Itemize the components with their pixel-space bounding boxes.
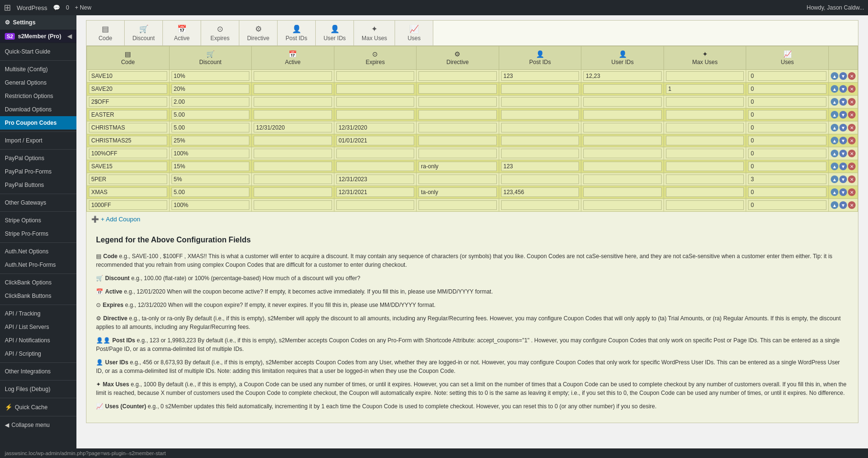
input-post_ids[interactable]: [501, 71, 579, 81]
input-max_uses[interactable]: [666, 174, 744, 184]
tab-user-ids[interactable]: 👤 User IDs: [316, 21, 354, 45]
input-discount[interactable]: [171, 187, 250, 197]
input-expires[interactable]: [336, 187, 415, 197]
input-expires[interactable]: [336, 97, 415, 107]
input-max_uses[interactable]: [666, 200, 744, 210]
sidebar-item-authnet-options[interactable]: Auth.Net Options: [0, 245, 76, 258]
move-down-button[interactable]: ▼: [839, 163, 847, 170]
input-code[interactable]: [89, 71, 167, 81]
tab-active[interactable]: 📅 Active: [163, 21, 201, 45]
delete-row-button[interactable]: ✕: [848, 188, 856, 196]
input-user_ids[interactable]: [583, 200, 662, 210]
input-uses[interactable]: [748, 71, 826, 81]
move-down-button[interactable]: ▼: [839, 188, 847, 196]
input-max_uses[interactable]: [666, 149, 744, 158]
input-max_uses[interactable]: [666, 110, 744, 120]
input-active[interactable]: [254, 110, 332, 120]
input-user_ids[interactable]: [583, 136, 662, 145]
input-code[interactable]: [89, 123, 167, 132]
input-uses[interactable]: [748, 149, 826, 158]
delete-row-button[interactable]: ✕: [848, 72, 856, 80]
input-expires[interactable]: [336, 149, 415, 158]
delete-row-button[interactable]: ✕: [848, 175, 856, 183]
move-up-button[interactable]: ▲: [831, 201, 838, 209]
input-discount[interactable]: [171, 149, 250, 158]
input-max_uses[interactable]: [666, 162, 744, 171]
move-down-button[interactable]: ▼: [839, 98, 847, 106]
input-directive[interactable]: [418, 71, 497, 81]
sidebar-item-stripe-options[interactable]: Stripe Options: [0, 214, 76, 227]
input-expires[interactable]: [336, 174, 415, 184]
move-up-button[interactable]: ▲: [831, 111, 838, 119]
sidebar-item-api-list-servers[interactable]: API / List Servers: [0, 320, 76, 334]
input-expires[interactable]: [336, 200, 415, 210]
input-discount[interactable]: [171, 162, 250, 171]
input-discount[interactable]: [171, 123, 250, 132]
input-active[interactable]: [254, 136, 332, 145]
input-uses[interactable]: [748, 84, 826, 94]
input-directive[interactable]: [418, 84, 497, 94]
s2member-menu-header[interactable]: S2 s2Member (Pro) ◀: [0, 30, 76, 43]
input-uses[interactable]: [748, 97, 826, 107]
tab-directive[interactable]: ⚙ Directive: [239, 21, 278, 45]
sidebar-item-pro-coupon-codes[interactable]: Pro Coupon Codes: [0, 116, 76, 130]
input-code[interactable]: [89, 84, 167, 94]
sidebar-item-clickbank-buttons[interactable]: ClickBank Buttons: [0, 289, 76, 303]
input-user_ids[interactable]: [583, 162, 662, 171]
site-name[interactable]: WordPress: [17, 4, 47, 11]
input-directive[interactable]: [418, 187, 497, 197]
input-user_ids[interactable]: [583, 149, 662, 158]
input-discount[interactable]: [171, 97, 250, 107]
input-user_ids[interactable]: [583, 97, 662, 107]
sidebar-item-paypal-options[interactable]: PayPal Options: [0, 152, 76, 165]
move-up-button[interactable]: ▲: [831, 137, 838, 144]
input-active[interactable]: [254, 187, 332, 197]
delete-row-button[interactable]: ✕: [848, 201, 856, 209]
tab-post-ids[interactable]: 👤 Post IDs: [278, 21, 316, 45]
input-uses[interactable]: [748, 200, 826, 210]
sidebar-item-multisite[interactable]: Multisite (Config): [0, 63, 76, 76]
input-code[interactable]: [89, 187, 167, 197]
input-user_ids[interactable]: [583, 84, 662, 94]
input-code[interactable]: [89, 136, 167, 145]
input-post_ids[interactable]: [501, 149, 579, 158]
tab-max-uses[interactable]: ✦ Max Uses: [354, 21, 395, 45]
sidebar-item-other-gateways[interactable]: Other Gateways: [0, 196, 76, 209]
input-directive[interactable]: [418, 162, 497, 171]
input-code[interactable]: [89, 162, 167, 171]
input-post_ids[interactable]: [501, 97, 579, 107]
input-expires[interactable]: [336, 71, 415, 81]
input-user_ids[interactable]: [583, 71, 662, 81]
settings-menu-item[interactable]: ⚙ Settings: [0, 15, 76, 30]
input-active[interactable]: [254, 71, 332, 81]
input-user_ids[interactable]: [583, 174, 662, 184]
input-directive[interactable]: [418, 174, 497, 184]
delete-row-button[interactable]: ✕: [848, 163, 856, 170]
move-down-button[interactable]: ▼: [839, 85, 847, 93]
sidebar-item-api-notifications[interactable]: API / Notifications: [0, 334, 76, 347]
input-max_uses[interactable]: [666, 71, 744, 81]
sidebar-item-quick-start[interactable]: Quick-Start Guide: [0, 45, 76, 58]
sidebar-item-import-export[interactable]: Import / Export: [0, 134, 76, 147]
input-directive[interactable]: [418, 136, 497, 145]
move-up-button[interactable]: ▲: [831, 163, 838, 170]
move-up-button[interactable]: ▲: [831, 175, 838, 183]
tab-uses[interactable]: 📈 Uses: [395, 21, 433, 45]
input-discount[interactable]: [171, 200, 250, 210]
delete-row-button[interactable]: ✕: [848, 85, 856, 93]
input-discount[interactable]: [171, 136, 250, 145]
input-post_ids[interactable]: [501, 110, 579, 120]
move-up-button[interactable]: ▲: [831, 150, 838, 157]
input-active[interactable]: [254, 123, 332, 132]
input-active[interactable]: [254, 149, 332, 158]
move-up-button[interactable]: ▲: [831, 124, 838, 131]
input-code[interactable]: [89, 149, 167, 158]
move-up-button[interactable]: ▲: [831, 188, 838, 196]
input-directive[interactable]: [418, 97, 497, 107]
move-down-button[interactable]: ▼: [839, 72, 847, 80]
input-expires[interactable]: [336, 162, 415, 171]
add-coupon-button[interactable]: ➕ + Add Coupon: [91, 216, 140, 223]
input-uses[interactable]: [748, 174, 826, 184]
move-down-button[interactable]: ▼: [839, 137, 847, 144]
input-user_ids[interactable]: [583, 123, 662, 132]
